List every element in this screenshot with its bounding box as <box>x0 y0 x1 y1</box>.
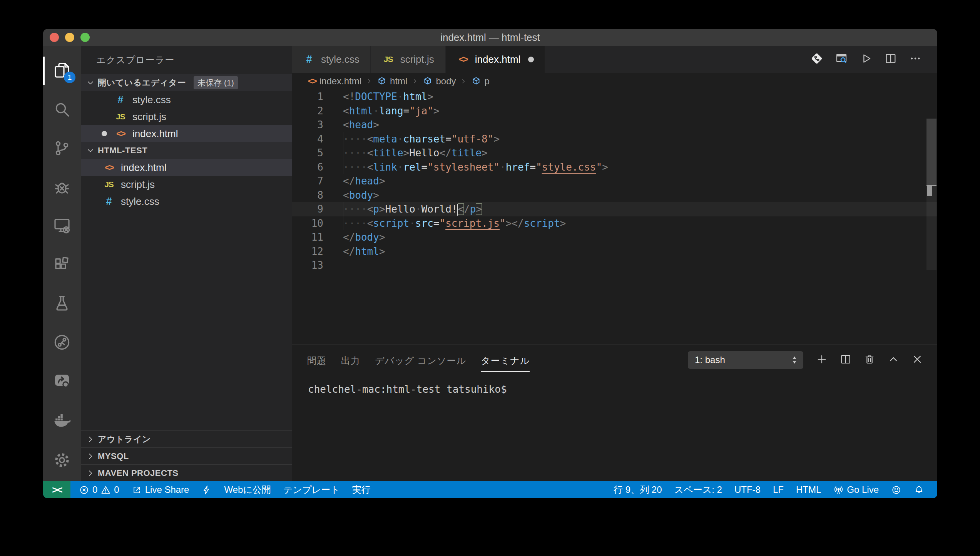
title-bar[interactable]: index.html — html-test <box>43 29 937 46</box>
file-index.html[interactable]: <>index.html <box>81 125 292 142</box>
line-number: 7 <box>292 174 330 188</box>
terminal-picker[interactable]: 1: bash <box>688 351 803 369</box>
css-file-icon: # <box>114 94 127 106</box>
status-problems-summary[interactable]: 00 <box>73 481 125 498</box>
status-eol[interactable]: LF <box>767 481 790 498</box>
status-feedback[interactable] <box>885 481 908 498</box>
tab-label: script.js <box>400 54 434 65</box>
breadcrumb-index.html[interactable]: <>index.html <box>308 76 361 87</box>
activity-explorer[interactable]: 1 <box>43 51 81 90</box>
open-editors-section-header[interactable]: 開いているエディター 未保存 (1) <box>81 74 292 91</box>
html-file-icon: <> <box>102 162 115 173</box>
activity-bar: 1 <box>43 46 81 481</box>
code-line-3[interactable]: 3<head> <box>292 118 937 132</box>
minimize-window-button[interactable] <box>65 33 74 42</box>
code-editor[interactable]: 1<!DOCTYPE·html>2<html·lang="ja">3<head>… <box>292 90 937 345</box>
file-style.css[interactable]: #style.css <box>81 193 292 210</box>
close-window-button[interactable] <box>50 33 59 42</box>
code-line-4[interactable]: 4····<meta·charset="utf-8"> <box>292 132 937 146</box>
close-panel-button[interactable] <box>911 353 923 367</box>
project-section-header[interactable]: HTML-TEST <box>81 142 292 159</box>
code-line-1[interactable]: 1<!DOCTYPE·html> <box>292 90 937 104</box>
section-アウトライン[interactable]: アウトライン <box>81 430 292 447</box>
code-line-6[interactable]: 6····<link·rel="stylesheet"·href="style.… <box>292 160 937 174</box>
status-text: UTF-8 <box>734 484 761 495</box>
warning-icon <box>100 485 111 495</box>
modified-dot <box>528 57 534 62</box>
panel-tab-debug-console[interactable]: デバッグ コンソール <box>375 348 466 372</box>
status-go-live[interactable]: Go Live <box>827 481 885 498</box>
code-line-12[interactable]: 12</html> <box>292 245 937 259</box>
split-terminal-button[interactable] <box>840 353 852 367</box>
kill-terminal-button[interactable] <box>863 353 876 367</box>
split-button[interactable] <box>884 52 897 67</box>
html-file-icon: <> <box>457 54 470 65</box>
section-maven-projects[interactable]: MAVEN PROJECTS <box>81 464 292 481</box>
ellipsis-button[interactable] <box>909 52 922 67</box>
status-encoding[interactable]: UTF-8 <box>728 481 767 498</box>
git-compare-button[interactable] <box>810 52 823 67</box>
panel-tab-problems[interactable]: 問題 <box>307 348 326 372</box>
activity-extensions[interactable] <box>43 245 81 284</box>
activity-search[interactable] <box>43 90 81 129</box>
breadcrumb-p[interactable]: p <box>471 76 489 87</box>
docker-icon <box>53 410 71 429</box>
activity-git-graph[interactable] <box>43 323 81 362</box>
code-line-11[interactable]: 11</body> <box>292 230 937 245</box>
tab-index.html[interactable]: <>index.html <box>446 46 545 73</box>
panel-tab-output[interactable]: 出力 <box>341 348 360 372</box>
line-number: 8 <box>292 188 330 203</box>
play-button[interactable] <box>860 52 873 67</box>
section-mysql[interactable]: MYSQL <box>81 447 292 464</box>
tab-script.js[interactable]: JSscript.js <box>371 46 445 73</box>
code-line-7[interactable]: 7</head> <box>292 174 937 188</box>
maximize-panel-button[interactable] <box>887 353 900 367</box>
breadcrumb-body[interactable]: body <box>423 76 456 87</box>
indent-guide <box>343 216 343 231</box>
bolt-icon <box>201 485 212 495</box>
status-template[interactable]: テンプレート <box>277 481 346 498</box>
terminal[interactable]: chelchel-mac:html-test tatsuhiko$ <box>292 375 937 481</box>
code-line-9[interactable]: 9····<p>Hello·World!</p> <box>292 202 937 216</box>
activity-debug[interactable] <box>43 167 81 206</box>
activity-remote-explorer[interactable] <box>43 206 81 245</box>
panel-tab-terminal[interactable]: ターミナル <box>481 348 530 372</box>
activity-live-share[interactable] <box>43 362 81 400</box>
activity-test-explorer[interactable] <box>43 284 81 323</box>
code-line-8[interactable]: 8<body> <box>292 188 937 203</box>
file-index.html[interactable]: <>index.html <box>81 159 292 176</box>
code-line-13[interactable]: 13 <box>292 258 937 273</box>
status-run[interactable]: 実行 <box>346 481 377 498</box>
modified-dot <box>102 131 107 136</box>
file-name-label: script.js <box>121 179 155 191</box>
project-file-list: <>index.htmlJSscript.js#style.css <box>81 159 292 210</box>
gear-icon <box>53 451 71 469</box>
zoom-window-button[interactable] <box>80 33 90 42</box>
activity-source-control[interactable] <box>43 129 81 167</box>
preview-button[interactable] <box>835 52 848 67</box>
file-script.js[interactable]: JSscript.js <box>81 176 292 193</box>
new-terminal-button[interactable] <box>816 353 828 367</box>
line-number: 13 <box>292 258 330 273</box>
js-file-icon: JS <box>382 55 395 64</box>
status-web-publish[interactable]: Webに公開 <box>218 481 277 498</box>
activity-docker[interactable] <box>43 400 81 439</box>
breadcrumb-html[interactable]: html <box>377 76 407 87</box>
code-line-10[interactable]: 10····<script·src="script.js"></script> <box>292 216 937 231</box>
code-line-5[interactable]: 5····<title>Hello</title> <box>292 146 937 160</box>
chevron-right-icon <box>85 468 95 478</box>
code-line-2[interactable]: 2<html·lang="ja"> <box>292 104 937 118</box>
status-live-share[interactable]: Live Share <box>125 481 196 498</box>
activity-settings[interactable] <box>43 439 81 481</box>
status-language-mode[interactable]: HTML <box>790 481 827 498</box>
tab-style.css[interactable]: #style.css <box>292 46 370 73</box>
status-notifications[interactable] <box>908 481 930 498</box>
remote-indicator[interactable]: >< <box>43 481 70 498</box>
status-cursor-position[interactable]: 行 9、列 20 <box>607 481 668 498</box>
status-indentation[interactable]: スペース: 2 <box>668 481 728 498</box>
extensions-icon <box>53 255 71 274</box>
file-script.js[interactable]: JSscript.js <box>81 108 292 125</box>
status-publish-bolt[interactable] <box>195 481 218 498</box>
file-style.css[interactable]: #style.css <box>81 91 292 108</box>
close-icon <box>911 353 923 365</box>
